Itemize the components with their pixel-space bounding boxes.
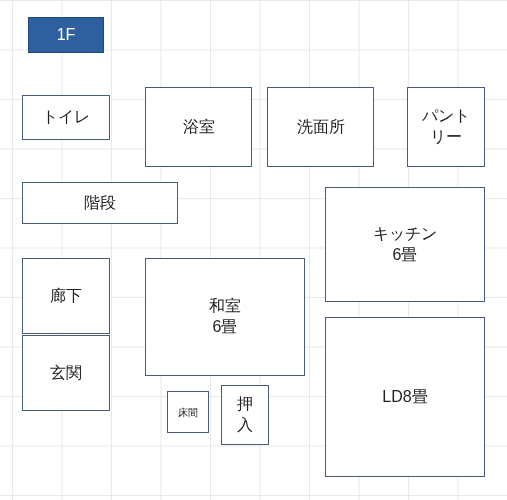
room-kitchen: キッチン 6畳	[325, 187, 485, 302]
room-closet-label1: 押	[237, 394, 253, 415]
room-closet-label2: 入	[237, 415, 253, 436]
room-entrance-label: 玄関	[50, 363, 82, 384]
room-entrance: 玄関	[22, 335, 110, 411]
room-tokonoma-label: 床間	[178, 406, 198, 419]
room-pantry-label1: パント	[422, 106, 470, 127]
room-hallway: 廊下	[22, 258, 110, 334]
room-bath-label: 浴室	[183, 117, 215, 138]
room-toilet: トイレ	[22, 95, 110, 140]
room-washitsu: 和室 6畳	[145, 258, 305, 376]
room-washroom: 洗面所	[267, 87, 374, 167]
room-kitchen-label1: キッチン	[373, 224, 437, 245]
room-washitsu-label2: 6畳	[213, 317, 238, 338]
room-bath: 浴室	[145, 87, 252, 167]
room-closet: 押 入	[221, 385, 269, 445]
room-pantry: パント リー	[407, 87, 485, 167]
room-stairs: 階段	[22, 182, 178, 224]
floor-title-text: 1F	[57, 26, 76, 44]
room-washroom-label: 洗面所	[297, 117, 345, 138]
room-stairs-label: 階段	[84, 193, 116, 214]
room-ld: LD8畳	[325, 317, 485, 477]
room-kitchen-label2: 6畳	[393, 245, 418, 266]
room-washitsu-label1: 和室	[209, 296, 241, 317]
room-tokonoma: 床間	[167, 391, 209, 433]
room-hallway-label: 廊下	[50, 286, 82, 307]
room-pantry-label2: リー	[430, 127, 462, 148]
floor-title: 1F	[28, 17, 104, 53]
room-ld-label: LD8畳	[382, 387, 427, 408]
room-toilet-label: トイレ	[42, 107, 90, 128]
